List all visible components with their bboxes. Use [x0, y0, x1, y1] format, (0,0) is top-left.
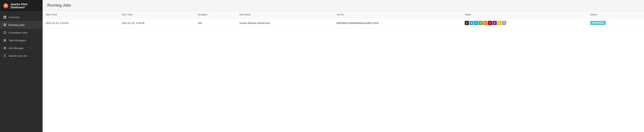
col-end-time: End Time	[119, 11, 195, 18]
app-title: Apache Flink Dashboard	[10, 3, 40, 9]
svg-rect-8	[4, 25, 6, 25]
main-content: Running Jobs Start Time End Time Duratio…	[42, 0, 644, 132]
jobs-table-container: Start Time End Time Duration Job Name Jo…	[42, 11, 644, 132]
task-badge-blue: 0	[469, 21, 474, 25]
svg-rect-5	[4, 17, 5, 18]
cell-end-time: 2021-01-22, 4:44:08	[119, 18, 195, 28]
jobs-table: Start Time End Time Duration Job Name Jo…	[42, 11, 644, 28]
svg-point-10	[4, 31, 6, 34]
job-manager-icon	[3, 46, 6, 50]
sidebar-item-task-managers[interactable]: Task Managers	[0, 36, 42, 44]
task-managers-icon	[3, 39, 6, 42]
cell-job-id: bf603b0a76dde0f9d00a2c4df5c70331	[334, 18, 462, 28]
sidebar-item-job-manager[interactable]: Job Manager	[0, 44, 42, 52]
col-job-name: Job Name	[236, 11, 334, 18]
sidebar-header: Apache Flink Dashboard	[0, 0, 42, 12]
task-badge-green: 0	[479, 21, 483, 25]
svg-rect-6	[5, 17, 6, 18]
sidebar-item-task-managers-label: Task Managers	[8, 39, 26, 42]
sidebar-item-completed-jobs-label: Completed Jobs	[8, 31, 28, 34]
cell-status: RUNNING	[587, 18, 644, 28]
svg-rect-14	[4, 48, 6, 48]
sidebar-nav: Overview Running Jobs Completed Jobs Tas…	[0, 12, 42, 132]
svg-point-12	[5, 39, 6, 40]
task-badge-dark: 2	[465, 21, 469, 25]
task-badge-red: 0	[488, 21, 492, 25]
flink-logo	[3, 3, 8, 8]
col-status: Status	[587, 11, 644, 18]
table-header: Start Time End Time Duration Job Name Jo…	[42, 11, 644, 18]
sidebar-item-completed-jobs[interactable]: Completed Jobs	[0, 29, 42, 36]
submit-job-icon	[3, 54, 6, 58]
sidebar-item-job-manager-label: Job Manager	[8, 47, 24, 50]
table-header-row: Start Time End Time Duration Job Name Jo…	[42, 11, 644, 18]
svg-rect-13	[4, 47, 6, 48]
col-job-id: Job ID	[334, 11, 462, 18]
completed-jobs-icon	[3, 31, 6, 34]
sidebar-item-running-jobs-label: Running Jobs	[8, 24, 24, 26]
svg-rect-4	[5, 16, 6, 17]
table-row[interactable]: 2021-01-22, 4:43:502021-01-22, 4:44:0818…	[42, 18, 644, 28]
svg-point-2	[5, 4, 6, 5]
page-header: Running Jobs	[42, 0, 644, 11]
svg-rect-15	[4, 49, 6, 49]
col-start-time: Start Time	[42, 11, 119, 18]
task-badge-gray: 0	[502, 21, 506, 25]
running-jobs-icon	[3, 23, 6, 27]
task-badge-purple: 0	[492, 21, 497, 25]
page-title: Running Jobs	[47, 3, 639, 7]
cell-tasks: 200020000	[462, 18, 587, 28]
task-badge-orange: 2	[483, 21, 488, 25]
overview-icon	[3, 15, 6, 19]
task-badge-teal: 0	[474, 21, 478, 25]
cell-job-name: Socket Window WordCount	[236, 18, 334, 28]
task-badge-yellow: 0	[497, 21, 502, 25]
cell-start-time: 2021-01-22, 4:43:50	[42, 18, 119, 28]
svg-point-11	[4, 39, 5, 40]
sidebar-item-submit-job[interactable]: Submit new Job	[0, 52, 42, 60]
svg-rect-9	[4, 26, 6, 26]
sidebar-item-submit-job-label: Submit new Job	[8, 55, 27, 57]
table-body: 2021-01-22, 4:43:502021-01-22, 4:44:0818…	[42, 18, 644, 28]
cell-duration: 18s	[195, 18, 236, 28]
svg-rect-7	[4, 24, 6, 24]
col-tasks: Tasks	[462, 11, 587, 18]
sidebar-item-overview-label: Overview	[8, 16, 19, 19]
status-badge: RUNNING	[590, 21, 606, 25]
sidebar-item-running-jobs[interactable]: Running Jobs	[0, 21, 42, 29]
sidebar: Apache Flink Dashboard Overview Running …	[0, 0, 42, 132]
sidebar-item-overview[interactable]: Overview	[0, 13, 42, 21]
svg-rect-3	[4, 16, 5, 17]
col-duration: Duration	[195, 11, 236, 18]
